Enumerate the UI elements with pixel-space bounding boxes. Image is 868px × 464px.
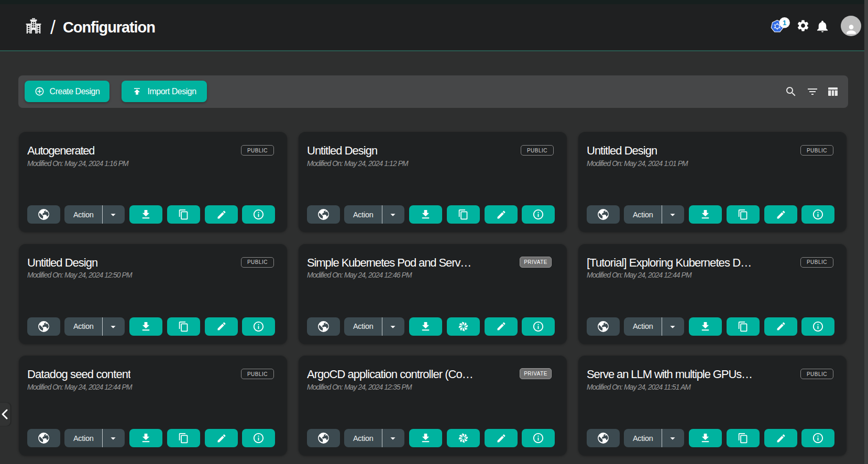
svg-text:1: 1	[783, 19, 786, 27]
